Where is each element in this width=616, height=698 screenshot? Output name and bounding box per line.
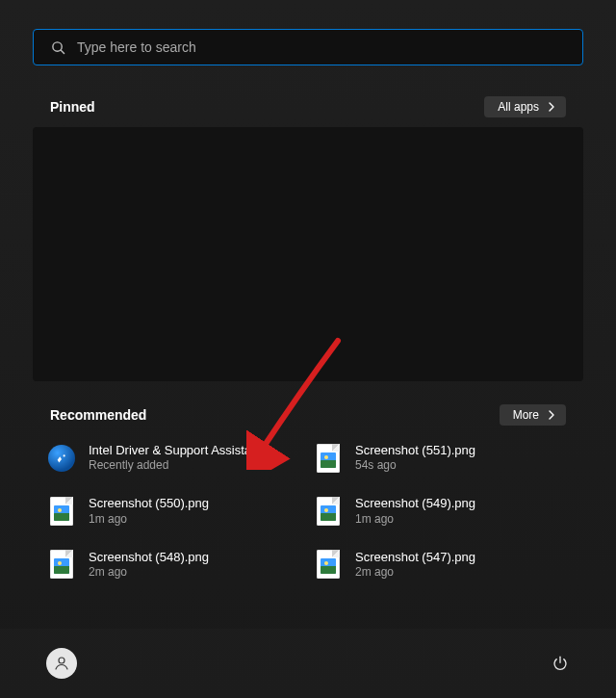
content-area: Pinned All apps Recommended More [0, 0, 616, 582]
search-icon [51, 40, 65, 55]
svg-point-3 [59, 658, 64, 663]
recommended-item-title: Screenshot (549).png [355, 496, 475, 511]
file-icon-wrapper [315, 445, 342, 472]
recommended-item[interactable]: Screenshot (549).png 1m ago [313, 494, 570, 528]
image-file-icon [317, 444, 340, 473]
recommended-item-subtitle: 2m ago [89, 565, 209, 580]
pinned-header: Pinned All apps [33, 96, 583, 117]
pinned-title: Pinned [50, 99, 95, 115]
power-icon [552, 655, 569, 672]
recommended-grid: Intel Driver & Support Assistant Recentl… [33, 435, 583, 582]
recommended-item-subtitle: 1m ago [89, 512, 209, 527]
search-box[interactable] [33, 29, 583, 65]
recommended-item-title: Screenshot (547).png [355, 550, 475, 565]
recommended-item-text: Screenshot (550).png 1m ago [89, 496, 209, 526]
image-file-icon [317, 550, 340, 579]
recommended-item-text: Intel Driver & Support Assistant Recentl… [89, 443, 262, 473]
recommended-item[interactable]: Screenshot (547).png 2m ago [313, 548, 570, 582]
recommended-header: Recommended More [33, 404, 583, 426]
recommended-item-subtitle: 1m ago [355, 512, 475, 527]
file-icon-wrapper [315, 551, 342, 578]
recommended-item-text: Screenshot (548).png 2m ago [89, 550, 209, 580]
more-label: More [513, 408, 539, 422]
recommended-item-title: Screenshot (548).png [89, 550, 209, 565]
pinned-grid [33, 127, 583, 381]
recommended-item-text: Screenshot (547).png 2m ago [355, 550, 475, 580]
recommended-item-text: Screenshot (549).png 1m ago [355, 496, 475, 526]
image-file-icon [317, 497, 340, 526]
recommended-item-subtitle: 2m ago [355, 565, 475, 580]
footer [0, 629, 616, 698]
chevron-right-icon [547, 102, 556, 112]
app-icon [48, 445, 75, 472]
file-icon-wrapper [48, 551, 75, 578]
svg-point-2 [64, 454, 65, 456]
recommended-item-title: Screenshot (550).png [89, 496, 209, 511]
all-apps-label: All apps [498, 100, 539, 114]
recommended-item-title: Screenshot (551).png [355, 443, 475, 458]
recommended-item-title: Intel Driver & Support Assistant [89, 443, 262, 458]
user-icon [53, 655, 70, 672]
more-button[interactable]: More [500, 404, 566, 426]
user-avatar[interactable] [46, 648, 77, 679]
image-file-icon [50, 497, 73, 526]
file-icon-wrapper [315, 498, 342, 525]
file-icon-wrapper [48, 498, 75, 525]
chevron-right-icon [547, 410, 556, 420]
power-button[interactable] [543, 646, 578, 681]
intel-icon [48, 445, 75, 472]
image-file-icon [50, 550, 73, 579]
recommended-item-text: Screenshot (551).png 54s ago [355, 443, 475, 473]
svg-line-1 [61, 50, 64, 53]
recommended-item-subtitle: 54s ago [355, 458, 475, 473]
start-menu: Pinned All apps Recommended More [0, 0, 616, 698]
recommended-item[interactable]: Screenshot (550).png 1m ago [46, 494, 303, 528]
recommended-item[interactable]: Intel Driver & Support Assistant Recentl… [46, 441, 303, 475]
recommended-item[interactable]: Screenshot (548).png 2m ago [46, 548, 303, 582]
all-apps-button[interactable]: All apps [484, 96, 566, 117]
recommended-title: Recommended [50, 407, 146, 423]
recommended-item[interactable]: Screenshot (551).png 54s ago [313, 441, 570, 475]
search-input[interactable] [77, 39, 565, 55]
recommended-item-subtitle: Recently added [89, 458, 262, 473]
